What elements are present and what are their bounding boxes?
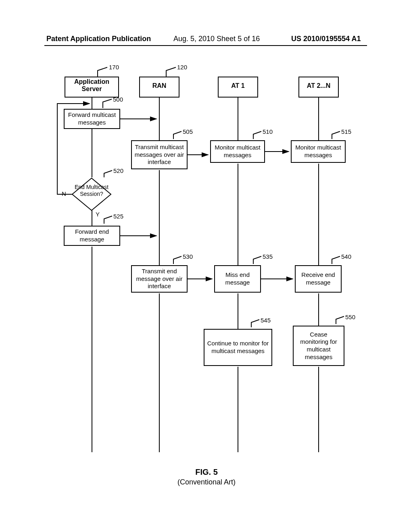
- ref-525: 525: [113, 213, 123, 220]
- lifeline-ran-bottom: [159, 293, 160, 452]
- node-label: End Multicast Session?: [71, 184, 112, 197]
- ref-500: 500: [113, 96, 123, 103]
- node-label: Forward end message: [67, 228, 117, 243]
- node-505: Transmit multicast messages over air int…: [131, 140, 188, 169]
- node-515: Monitor multicast messages: [291, 140, 346, 163]
- node-label: Forward multicast messages: [67, 111, 117, 127]
- lane-header-at1: AT 1: [218, 77, 258, 98]
- lifeline-ran-top: [159, 98, 160, 141]
- lane-header-appserver: Application Server: [65, 77, 119, 98]
- lifeline-appserver-mid2: [92, 210, 92, 226]
- node-520: End Multicast Session?: [71, 177, 112, 210]
- node-label: Miss end message: [217, 271, 258, 287]
- branch-y: Y: [96, 211, 100, 218]
- node-510: Monitor multicast messages: [210, 140, 265, 163]
- figure-title: FIG. 5: [0, 468, 413, 477]
- node-label: Transmit end message over air interface: [134, 268, 184, 290]
- header-left: Patent Application Publication: [46, 35, 151, 43]
- node-530: Transmit end message over air interface: [131, 265, 188, 293]
- node-label: Receive end message: [298, 271, 338, 287]
- header-right: US 2010/0195554 A1: [291, 35, 361, 43]
- node-label: Monitor multicast messages: [294, 144, 342, 159]
- branch-n: N: [62, 190, 66, 197]
- ref-120: 120: [177, 64, 187, 71]
- lifeline-atn-top: [318, 98, 319, 141]
- lane-header-ran: RAN: [139, 77, 179, 98]
- lane-label: Application Server: [74, 78, 109, 92]
- lifeline-ran-mid: [159, 170, 160, 266]
- lifeline-appserver-bottom: [92, 247, 92, 452]
- lifeline-appserver-mid1: [92, 129, 92, 177]
- lane-header-atn: AT 2...N: [298, 77, 339, 98]
- node-label: Monitor multicast messages: [213, 144, 262, 159]
- ref-510: 510: [263, 128, 273, 135]
- node-label: Continue to monitor for multicast messag…: [207, 340, 269, 355]
- node-label: Transmit multicast messages over air int…: [134, 143, 184, 166]
- lifeline-at1-mid: [238, 164, 238, 266]
- node-525: Forward end message: [64, 226, 120, 246]
- lifeline-atn-mid: [318, 164, 319, 266]
- lifeline-at1-bottom: [238, 367, 238, 452]
- ref-515: 515: [341, 128, 351, 135]
- node-label: Cease monitoring for multicast messages: [296, 331, 341, 361]
- ref-520: 520: [113, 167, 123, 174]
- ref-505: 505: [183, 128, 193, 135]
- node-550: Cease monitoring for multicast messages: [293, 326, 344, 366]
- ref-170: 170: [109, 64, 119, 71]
- lifeline-atn-bottom: [318, 367, 319, 452]
- lifeline-at1-mid2: [238, 293, 238, 329]
- node-535: Miss end message: [214, 265, 261, 293]
- node-540: Receive end message: [295, 265, 342, 293]
- node-545: Continue to monitor for multicast messag…: [204, 329, 272, 366]
- page: Patent Application Publication Aug. 5, 2…: [0, 0, 413, 532]
- lifeline-atn-mid2: [318, 293, 319, 326]
- lifeline-appserver-top: [92, 98, 92, 110]
- lifeline-at1-top: [238, 98, 238, 141]
- ref-540: 540: [341, 253, 351, 260]
- lane-label: RAN: [152, 82, 167, 89]
- node-500: Forward multicast messages: [64, 109, 120, 129]
- ref-550: 550: [345, 314, 355, 320]
- header-rule: [44, 45, 367, 46]
- ref-535: 535: [263, 253, 273, 260]
- header-center: Aug. 5, 2010 Sheet 5 of 16: [173, 35, 260, 43]
- lane-label: AT 2...N: [307, 82, 330, 89]
- lane-label: AT 1: [231, 82, 244, 89]
- ref-545: 545: [261, 317, 271, 324]
- ref-530: 530: [183, 253, 193, 260]
- figure-subtitle: (Conventional Art): [0, 478, 413, 486]
